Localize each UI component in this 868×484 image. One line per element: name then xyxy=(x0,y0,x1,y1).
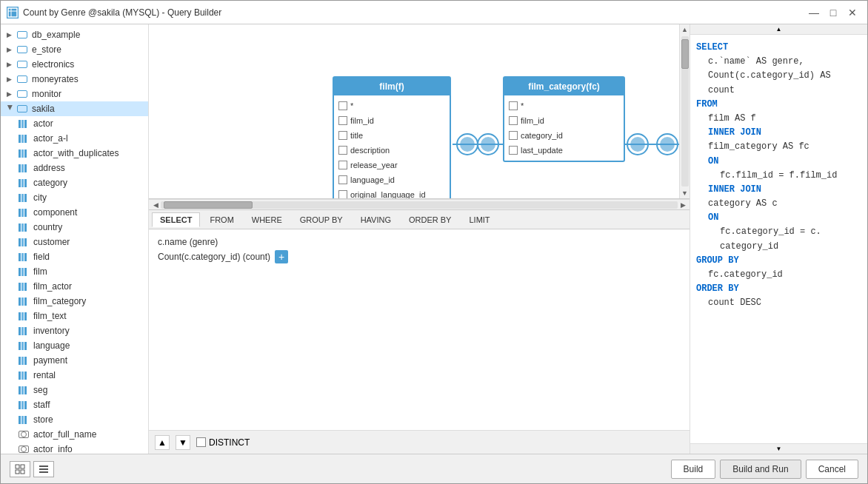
table-row[interactable]: release_year xyxy=(334,158,450,172)
tab-from[interactable]: FROM xyxy=(201,212,241,227)
column-checkbox[interactable] xyxy=(338,116,347,125)
sidebar-item-film_text[interactable]: film_text xyxy=(1,309,148,323)
tab-orderby[interactable]: ORDER BY xyxy=(401,212,459,227)
sql-content: SELECT c.`name` AS genre, Count(c.catego… xyxy=(690,35,867,443)
cancel-button[interactable]: Cancel xyxy=(806,460,858,479)
sidebar-item-moneyrates[interactable]: ▶ moneyrates xyxy=(1,72,148,87)
tab-limit[interactable]: LIMIT xyxy=(461,212,498,227)
canvas-vscroll: ▲ ▼ xyxy=(679,24,690,198)
close-button[interactable]: ✕ xyxy=(844,5,861,20)
column-checkbox[interactable] xyxy=(509,101,518,110)
sidebar-item-store[interactable]: store xyxy=(1,412,148,427)
table-row[interactable]: film_id xyxy=(334,113,450,128)
svg-rect-17 xyxy=(16,470,19,474)
db-icon xyxy=(17,45,29,54)
sidebar-item-field[interactable]: field xyxy=(1,249,148,264)
table-row[interactable]: title xyxy=(334,128,450,143)
distinct-toggle[interactable]: DISTINCT xyxy=(196,437,250,448)
sql-scroll-down[interactable]: ▼ xyxy=(690,443,867,454)
sidebar-item-payment[interactable]: payment xyxy=(1,353,148,368)
sidebar-item-db_example[interactable]: ▶ db_example xyxy=(1,27,148,42)
sidebar-item-actor_info[interactable]: actor_info xyxy=(1,442,148,454)
sql-line: ON xyxy=(696,211,861,225)
tab-select[interactable]: SELECT xyxy=(152,212,200,227)
center-area: INNER JOIN INNER JOIN film(f) * film_id xyxy=(149,24,690,454)
sidebar-item-actor[interactable]: actor xyxy=(1,116,148,131)
sidebar-item-e_store[interactable]: ▶ e_store xyxy=(1,42,148,57)
move-down-btn[interactable]: ▼ xyxy=(176,435,190,450)
column-checkbox[interactable] xyxy=(338,161,347,169)
table-film: film(f) * film_id title xyxy=(333,76,451,199)
sidebar-item-language[interactable]: language xyxy=(1,338,148,353)
tab-where[interactable]: WHERE xyxy=(244,212,290,227)
table-icon xyxy=(19,282,30,291)
table-icon xyxy=(19,119,30,128)
sidebar-item-actor_al[interactable]: actor_a-l xyxy=(1,131,148,146)
scroll-right-btn[interactable]: ▶ xyxy=(678,201,688,209)
scroll-thumb[interactable] xyxy=(681,39,689,69)
sidebar-item-sakila[interactable]: ▶ sakila xyxy=(1,101,148,116)
sql-text: count DESC xyxy=(708,298,761,308)
hscroll-thumb[interactable] xyxy=(164,201,253,209)
sql-line: film_category AS fc xyxy=(696,140,861,154)
column-checkbox[interactable] xyxy=(338,190,347,199)
table-row[interactable]: category_id xyxy=(504,128,624,143)
sidebar-item-address[interactable]: address xyxy=(1,161,148,175)
tab-having[interactable]: HAVING xyxy=(353,212,399,227)
distinct-checkbox[interactable] xyxy=(196,437,206,447)
sidebar-item-label: inventory xyxy=(33,326,70,336)
sql-scroll-up[interactable]: ▲ xyxy=(690,24,867,35)
maximize-button[interactable]: □ xyxy=(824,5,842,20)
column-checkbox[interactable] xyxy=(509,131,518,140)
sidebar: ▶ db_example ▶ e_store ▶ electronics ▶ xyxy=(1,24,149,454)
column-checkbox[interactable] xyxy=(509,116,518,125)
sidebar-item-film_category[interactable]: film_category xyxy=(1,294,148,309)
sidebar-item-seg[interactable]: seg xyxy=(1,383,148,397)
table-row[interactable]: description xyxy=(334,143,450,158)
sidebar-item-customer[interactable]: customer xyxy=(1,235,148,249)
sidebar-item-staff[interactable]: staff xyxy=(1,397,148,412)
build-run-button[interactable]: Build and Run xyxy=(720,460,801,479)
table-row[interactable]: language_id xyxy=(334,172,450,187)
column-name: description xyxy=(350,146,390,155)
sidebar-item-component[interactable]: component xyxy=(1,205,148,220)
scroll-down-btn[interactable]: ▼ xyxy=(680,188,690,198)
sidebar-item-label: staff xyxy=(33,400,50,410)
sidebar-item-label: electronics xyxy=(32,59,74,70)
move-up-btn[interactable]: ▲ xyxy=(155,435,170,450)
sidebar-item-monitor[interactable]: ▶ monitor xyxy=(1,87,148,101)
sidebar-item-category[interactable]: category xyxy=(1,175,148,190)
table-icon xyxy=(19,208,30,217)
column-checkbox[interactable] xyxy=(338,131,347,140)
build-button[interactable]: Build xyxy=(671,460,716,479)
column-name: language_id xyxy=(350,175,395,184)
sidebar-item-label: actor_a-l xyxy=(33,133,68,144)
minimize-button[interactable]: — xyxy=(805,5,823,20)
table-row[interactable]: * xyxy=(504,98,624,113)
sidebar-item-actor_with_duplicates[interactable]: actor_with_duplicates xyxy=(1,146,148,161)
sidebar-item-rental[interactable]: rental xyxy=(1,368,148,383)
bottom-left-btn1[interactable] xyxy=(10,461,30,477)
column-checkbox[interactable] xyxy=(338,175,347,184)
sidebar-item-film[interactable]: film xyxy=(1,264,148,279)
tab-groupby[interactable]: GROUP BY xyxy=(292,212,351,227)
table-row[interactable]: original_language_id xyxy=(334,187,450,199)
scroll-left-btn[interactable]: ◀ xyxy=(150,201,161,209)
sidebar-item-film_actor[interactable]: film_actor xyxy=(1,279,148,294)
table-row[interactable]: * xyxy=(334,98,450,113)
sidebar-item-country[interactable]: country xyxy=(1,220,148,235)
column-checkbox[interactable] xyxy=(338,101,347,110)
sidebar-item-electronics[interactable]: ▶ electronics xyxy=(1,57,148,72)
sidebar-item-actor_full_name[interactable]: actor_full_name xyxy=(1,427,148,442)
column-checkbox[interactable] xyxy=(338,146,347,155)
sidebar-item-label: e_store xyxy=(32,44,61,55)
add-select-btn[interactable]: + xyxy=(275,250,288,263)
table-row[interactable]: film_id xyxy=(504,113,624,128)
sidebar-item-city[interactable]: city xyxy=(1,190,148,205)
bottom-left-btn2[interactable] xyxy=(33,461,54,477)
sidebar-item-inventory[interactable]: inventory xyxy=(1,323,148,338)
table-row[interactable]: last_update xyxy=(504,143,624,158)
sidebar-item-label: category xyxy=(33,178,67,188)
scroll-up-btn[interactable]: ▲ xyxy=(680,24,690,35)
column-checkbox[interactable] xyxy=(509,146,518,155)
